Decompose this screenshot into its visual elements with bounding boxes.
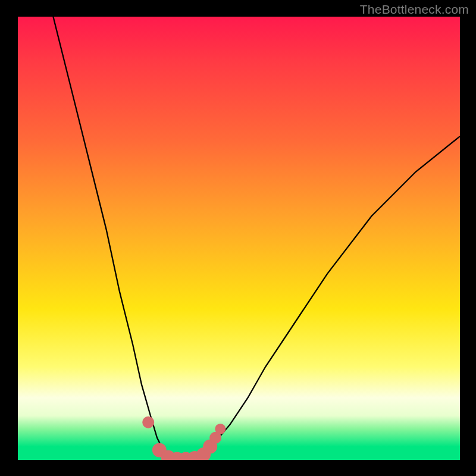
highlight-marker xyxy=(215,424,226,434)
highlight-markers xyxy=(142,416,226,460)
watermark-label: TheBottleneck.com xyxy=(360,2,469,17)
plot-area xyxy=(18,17,460,460)
bottleneck-curve xyxy=(53,17,460,460)
highlight-marker xyxy=(142,416,154,428)
curve-layer xyxy=(18,17,460,460)
chart-frame: TheBottleneck.com xyxy=(0,0,476,476)
